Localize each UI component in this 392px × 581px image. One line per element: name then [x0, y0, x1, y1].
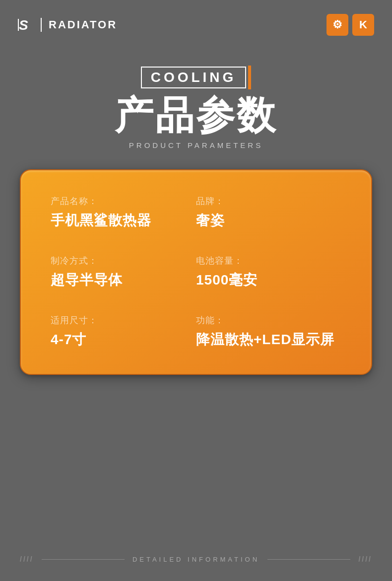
param-value-function: 降温散热+LED显示屏	[196, 330, 341, 349]
page-background: S RADIATOR ⚙ K COOLING 产品参数 PRODUCT PARA…	[0, 0, 392, 581]
k-button[interactable]: K	[352, 14, 374, 36]
cooling-bar	[248, 66, 251, 89]
header-icons: ⚙ K	[327, 14, 374, 36]
param-item-cooling-method: 制冷方式： 超导半导体	[51, 255, 196, 290]
params-grid: 产品名称： 手机黑鲨散热器 品牌： 奢姿 制冷方式： 超导半导体 电池容量： 1…	[51, 195, 341, 349]
cooling-label: COOLING	[141, 66, 252, 89]
logo-area: S RADIATOR	[18, 17, 117, 33]
param-label-cooling-method: 制冷方式：	[51, 255, 196, 267]
param-label-brand: 品牌：	[196, 195, 341, 207]
header: S RADIATOR ⚙ K	[0, 0, 392, 46]
param-label-battery: 电池容量：	[196, 255, 341, 267]
sub-title: PRODUCT PARAMETERS	[0, 141, 392, 149]
dash-line-right	[267, 559, 350, 560]
param-value-size: 4-7寸	[51, 330, 196, 349]
k-label: K	[359, 18, 367, 31]
param-item-function: 功能： 降温散热+LED显示屏	[196, 314, 341, 349]
param-label-function: 功能：	[196, 314, 341, 326]
cooling-label-section: COOLING	[0, 66, 392, 89]
logo-text: RADIATOR	[49, 18, 117, 31]
dash-left: ////	[20, 555, 34, 563]
dash-right: ////	[358, 555, 372, 563]
param-item-brand: 品牌： 奢姿	[196, 195, 341, 230]
main-title: 产品参数	[0, 94, 392, 137]
param-label-size: 适用尺寸：	[51, 314, 196, 326]
svg-text:S: S	[19, 17, 28, 33]
param-value-cooling-method: 超导半导体	[51, 271, 196, 290]
param-item-battery: 电池容量： 1500毫安	[196, 255, 341, 290]
param-label-product-name: 产品名称：	[51, 195, 196, 207]
bottom-strip: //// DETAILED INFORMATION ////	[0, 555, 392, 563]
param-value-product-name: 手机黑鲨散热器	[51, 211, 196, 230]
cooling-text: COOLING	[141, 67, 247, 88]
dash-line-left	[42, 559, 125, 560]
logo-s-icon: S	[18, 17, 34, 33]
footer-text: DETAILED INFORMATION	[132, 556, 260, 563]
param-value-brand: 奢姿	[196, 211, 341, 230]
param-item-size: 适用尺寸： 4-7寸	[51, 314, 196, 349]
gear-button[interactable]: ⚙	[327, 14, 348, 36]
gear-icon: ⚙	[332, 18, 342, 31]
params-card: 产品名称： 手机黑鲨散热器 品牌： 奢姿 制冷方式： 超导半导体 电池容量： 1…	[20, 169, 372, 375]
param-item-product-name: 产品名称： 手机黑鲨散热器	[51, 195, 196, 230]
param-value-battery: 1500毫安	[196, 271, 341, 290]
logo-divider	[41, 18, 42, 32]
